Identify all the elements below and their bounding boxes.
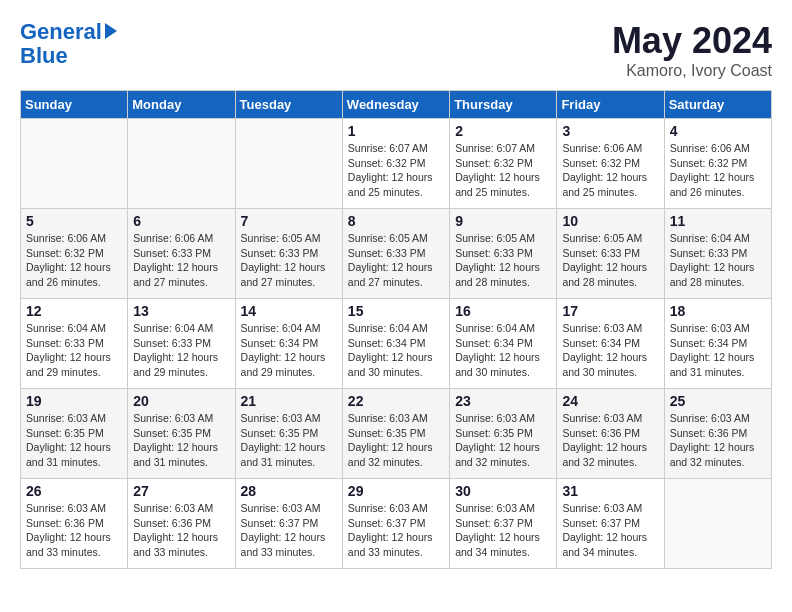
day-info: Sunrise: 6:05 AM Sunset: 6:33 PM Dayligh… xyxy=(455,231,551,290)
day-info: Sunrise: 6:03 AM Sunset: 6:36 PM Dayligh… xyxy=(562,411,658,470)
day-number: 31 xyxy=(562,483,658,499)
calendar-cell: 29Sunrise: 6:03 AM Sunset: 6:37 PM Dayli… xyxy=(342,479,449,569)
day-info: Sunrise: 6:07 AM Sunset: 6:32 PM Dayligh… xyxy=(348,141,444,200)
day-info: Sunrise: 6:03 AM Sunset: 6:35 PM Dayligh… xyxy=(455,411,551,470)
day-number: 28 xyxy=(241,483,337,499)
day-header-friday: Friday xyxy=(557,91,664,119)
day-info: Sunrise: 6:03 AM Sunset: 6:35 PM Dayligh… xyxy=(133,411,229,470)
day-info: Sunrise: 6:03 AM Sunset: 6:37 PM Dayligh… xyxy=(348,501,444,560)
day-info: Sunrise: 6:03 AM Sunset: 6:37 PM Dayligh… xyxy=(455,501,551,560)
page-header: General Blue May 2024 Kamoro, Ivory Coas… xyxy=(20,20,772,80)
day-number: 19 xyxy=(26,393,122,409)
day-info: Sunrise: 6:03 AM Sunset: 6:34 PM Dayligh… xyxy=(562,321,658,380)
location: Kamoro, Ivory Coast xyxy=(612,62,772,80)
day-number: 2 xyxy=(455,123,551,139)
day-number: 8 xyxy=(348,213,444,229)
day-info: Sunrise: 6:03 AM Sunset: 6:35 PM Dayligh… xyxy=(26,411,122,470)
calendar-cell: 18Sunrise: 6:03 AM Sunset: 6:34 PM Dayli… xyxy=(664,299,771,389)
calendar-cell: 13Sunrise: 6:04 AM Sunset: 6:33 PM Dayli… xyxy=(128,299,235,389)
logo: General Blue xyxy=(20,20,117,68)
day-number: 24 xyxy=(562,393,658,409)
logo-text: General Blue xyxy=(20,20,117,68)
calendar-cell: 12Sunrise: 6:04 AM Sunset: 6:33 PM Dayli… xyxy=(21,299,128,389)
day-info: Sunrise: 6:03 AM Sunset: 6:34 PM Dayligh… xyxy=(670,321,766,380)
day-info: Sunrise: 6:04 AM Sunset: 6:33 PM Dayligh… xyxy=(26,321,122,380)
day-header-saturday: Saturday xyxy=(664,91,771,119)
month-title: May 2024 xyxy=(612,20,772,62)
day-number: 17 xyxy=(562,303,658,319)
calendar-cell: 27Sunrise: 6:03 AM Sunset: 6:36 PM Dayli… xyxy=(128,479,235,569)
calendar-cell: 8Sunrise: 6:05 AM Sunset: 6:33 PM Daylig… xyxy=(342,209,449,299)
day-info: Sunrise: 6:05 AM Sunset: 6:33 PM Dayligh… xyxy=(348,231,444,290)
day-number: 30 xyxy=(455,483,551,499)
day-info: Sunrise: 6:03 AM Sunset: 6:35 PM Dayligh… xyxy=(241,411,337,470)
calendar-week-2: 5Sunrise: 6:06 AM Sunset: 6:32 PM Daylig… xyxy=(21,209,772,299)
day-number: 10 xyxy=(562,213,658,229)
day-info: Sunrise: 6:03 AM Sunset: 6:35 PM Dayligh… xyxy=(348,411,444,470)
calendar-body: 1Sunrise: 6:07 AM Sunset: 6:32 PM Daylig… xyxy=(21,119,772,569)
calendar-cell xyxy=(21,119,128,209)
day-number: 15 xyxy=(348,303,444,319)
day-info: Sunrise: 6:06 AM Sunset: 6:32 PM Dayligh… xyxy=(26,231,122,290)
calendar-cell: 16Sunrise: 6:04 AM Sunset: 6:34 PM Dayli… xyxy=(450,299,557,389)
day-info: Sunrise: 6:03 AM Sunset: 6:36 PM Dayligh… xyxy=(26,501,122,560)
day-info: Sunrise: 6:07 AM Sunset: 6:32 PM Dayligh… xyxy=(455,141,551,200)
day-info: Sunrise: 6:03 AM Sunset: 6:36 PM Dayligh… xyxy=(133,501,229,560)
calendar-cell: 10Sunrise: 6:05 AM Sunset: 6:33 PM Dayli… xyxy=(557,209,664,299)
day-number: 25 xyxy=(670,393,766,409)
day-number: 22 xyxy=(348,393,444,409)
day-header-tuesday: Tuesday xyxy=(235,91,342,119)
calendar-cell: 28Sunrise: 6:03 AM Sunset: 6:37 PM Dayli… xyxy=(235,479,342,569)
calendar-cell: 23Sunrise: 6:03 AM Sunset: 6:35 PM Dayli… xyxy=(450,389,557,479)
day-info: Sunrise: 6:05 AM Sunset: 6:33 PM Dayligh… xyxy=(241,231,337,290)
calendar-cell: 15Sunrise: 6:04 AM Sunset: 6:34 PM Dayli… xyxy=(342,299,449,389)
day-header-thursday: Thursday xyxy=(450,91,557,119)
day-number: 6 xyxy=(133,213,229,229)
day-number: 20 xyxy=(133,393,229,409)
calendar-cell: 31Sunrise: 6:03 AM Sunset: 6:37 PM Dayli… xyxy=(557,479,664,569)
calendar-week-1: 1Sunrise: 6:07 AM Sunset: 6:32 PM Daylig… xyxy=(21,119,772,209)
day-info: Sunrise: 6:06 AM Sunset: 6:33 PM Dayligh… xyxy=(133,231,229,290)
day-info: Sunrise: 6:03 AM Sunset: 6:37 PM Dayligh… xyxy=(241,501,337,560)
day-number: 14 xyxy=(241,303,337,319)
day-header-monday: Monday xyxy=(128,91,235,119)
calendar-cell xyxy=(128,119,235,209)
day-number: 7 xyxy=(241,213,337,229)
day-number: 21 xyxy=(241,393,337,409)
day-info: Sunrise: 6:04 AM Sunset: 6:34 PM Dayligh… xyxy=(241,321,337,380)
calendar-cell: 21Sunrise: 6:03 AM Sunset: 6:35 PM Dayli… xyxy=(235,389,342,479)
calendar-cell: 1Sunrise: 6:07 AM Sunset: 6:32 PM Daylig… xyxy=(342,119,449,209)
day-number: 1 xyxy=(348,123,444,139)
calendar-table: SundayMondayTuesdayWednesdayThursdayFrid… xyxy=(20,90,772,569)
calendar-cell: 17Sunrise: 6:03 AM Sunset: 6:34 PM Dayli… xyxy=(557,299,664,389)
calendar-week-4: 19Sunrise: 6:03 AM Sunset: 6:35 PM Dayli… xyxy=(21,389,772,479)
day-number: 16 xyxy=(455,303,551,319)
day-number: 26 xyxy=(26,483,122,499)
day-info: Sunrise: 6:04 AM Sunset: 6:34 PM Dayligh… xyxy=(348,321,444,380)
calendar-cell: 25Sunrise: 6:03 AM Sunset: 6:36 PM Dayli… xyxy=(664,389,771,479)
day-number: 27 xyxy=(133,483,229,499)
day-number: 29 xyxy=(348,483,444,499)
day-info: Sunrise: 6:04 AM Sunset: 6:33 PM Dayligh… xyxy=(133,321,229,380)
day-number: 11 xyxy=(670,213,766,229)
calendar-cell xyxy=(235,119,342,209)
day-header-sunday: Sunday xyxy=(21,91,128,119)
calendar-cell: 5Sunrise: 6:06 AM Sunset: 6:32 PM Daylig… xyxy=(21,209,128,299)
calendar-cell: 19Sunrise: 6:03 AM Sunset: 6:35 PM Dayli… xyxy=(21,389,128,479)
calendar-header-row: SundayMondayTuesdayWednesdayThursdayFrid… xyxy=(21,91,772,119)
calendar-cell: 30Sunrise: 6:03 AM Sunset: 6:37 PM Dayli… xyxy=(450,479,557,569)
day-info: Sunrise: 6:04 AM Sunset: 6:33 PM Dayligh… xyxy=(670,231,766,290)
calendar-cell: 20Sunrise: 6:03 AM Sunset: 6:35 PM Dayli… xyxy=(128,389,235,479)
calendar-cell xyxy=(664,479,771,569)
calendar-cell: 11Sunrise: 6:04 AM Sunset: 6:33 PM Dayli… xyxy=(664,209,771,299)
calendar-week-5: 26Sunrise: 6:03 AM Sunset: 6:36 PM Dayli… xyxy=(21,479,772,569)
day-info: Sunrise: 6:03 AM Sunset: 6:37 PM Dayligh… xyxy=(562,501,658,560)
day-number: 9 xyxy=(455,213,551,229)
calendar-cell: 3Sunrise: 6:06 AM Sunset: 6:32 PM Daylig… xyxy=(557,119,664,209)
day-number: 18 xyxy=(670,303,766,319)
calendar-week-3: 12Sunrise: 6:04 AM Sunset: 6:33 PM Dayli… xyxy=(21,299,772,389)
title-block: May 2024 Kamoro, Ivory Coast xyxy=(612,20,772,80)
day-number: 23 xyxy=(455,393,551,409)
calendar-cell: 24Sunrise: 6:03 AM Sunset: 6:36 PM Dayli… xyxy=(557,389,664,479)
day-number: 5 xyxy=(26,213,122,229)
